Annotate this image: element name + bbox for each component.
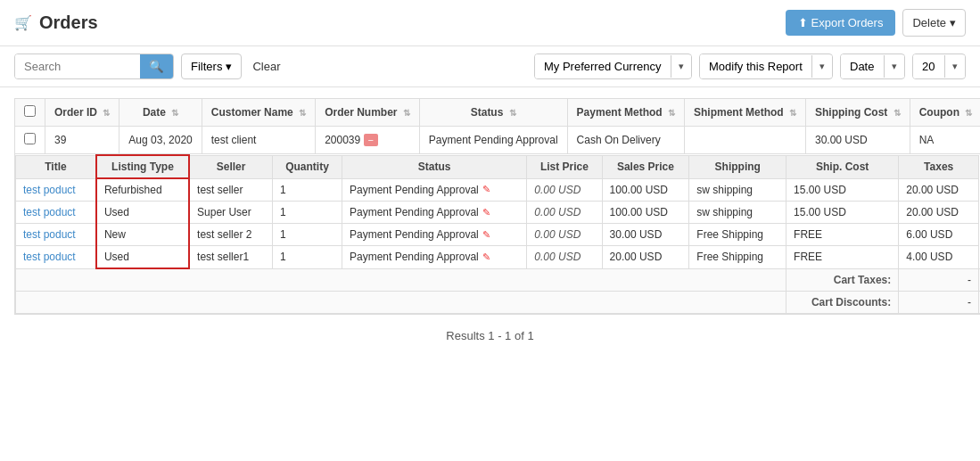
delete-button[interactable]: Delete ▾ [902,9,966,37]
th-order-number: Order Number ⇅ [316,99,420,127]
item-title-link[interactable]: test poduct [23,184,76,196]
coupon-sort-icon[interactable]: ⇅ [965,108,972,118]
results-bar: Results 1 - 1 of 1 [14,315,966,357]
order-status: Payment Pending Approval [419,127,567,154]
search-icon: 🔍 [149,60,164,73]
top-bar: 🛒 Orders ⬆ Export Orders Delete ▾ [0,0,980,46]
item-title: test poduct [16,224,96,246]
orders-table: Order ID ⇅ Date ⇅ Customer Name ⇅ Order … [14,98,980,315]
item-status: Payment Pending Approval ✎ [342,178,527,202]
item-shipping: Free Shipping [689,246,786,269]
report-select[interactable]: Modify this Report [700,54,811,78]
status-edit-icon[interactable]: ✎ [482,184,490,195]
currency-chevron-icon: ▾ [671,55,691,78]
cart-taxes-label: Cart Taxes: [786,268,899,291]
customer-name: test client [202,127,315,154]
status-sort-icon[interactable]: ⇅ [509,108,516,118]
th-shipping-cost: Shipping Cost ⇅ [805,99,910,127]
item-ship-cost: FREE [786,246,899,269]
order-number-badge[interactable]: − [364,134,378,146]
sub-th-ship-cost: Ship. Cost [786,155,899,178]
cart-discounts-spacer [16,291,786,313]
payment-sort-icon[interactable]: ⇅ [668,108,675,118]
item-title: test poduct [16,246,96,269]
order-date: Aug 03, 2020 [119,127,202,154]
shipment-method [684,127,805,154]
item-quantity: 1 [273,202,342,224]
customer-sort-icon[interactable]: ⇅ [299,108,306,118]
currency-select[interactable]: My Preferred Currency [535,54,671,78]
order-number-sort-icon[interactable]: ⇅ [403,108,410,118]
currency-select-wrap: My Preferred Currency ▾ [534,54,692,79]
sub-th-sales-price: Sales Price [602,155,689,178]
export-orders-button[interactable]: ⬆ Export Orders [786,10,896,36]
list-item: test poduct Refurbished test seller 1 Pa… [16,178,981,202]
item-shipping: sw shipping [689,178,786,202]
report-chevron-icon: ▾ [811,55,832,78]
filters-label: Filters [191,60,222,73]
item-sales-price: 100.00 USD [602,202,689,224]
th-checkbox [15,99,45,127]
cart-taxes-spacer [16,268,786,291]
sub-th-list-price: List Price [527,155,602,178]
shipment-sort-icon[interactable]: ⇅ [789,108,796,118]
search-button[interactable]: 🔍 [140,54,173,78]
th-date: Date ⇅ [119,99,202,127]
item-ship-cost: 15.00 USD [786,178,899,202]
filters-button[interactable]: Filters ▾ [181,54,242,79]
status-edit-icon[interactable]: ✎ [482,251,490,263]
item-list-price: 0.00 USD [527,202,602,224]
payment-method: Cash On Delivery [567,127,684,154]
item-status: Payment Pending Approval ✎ [342,246,527,269]
row-checkbox [15,127,45,154]
date-sort-icon[interactable]: ⇅ [171,108,178,118]
table-row: 39 Aug 03, 2020 test client 200039 − Pay… [15,127,981,154]
coupon: NA [910,127,980,154]
list-item: test poduct New test seller 2 1 Payment … [16,224,981,246]
th-coupon: Coupon ⇅ [910,99,980,127]
item-sales-price: 100.00 USD [602,178,689,202]
table-area: Order ID ⇅ Date ⇅ Customer Name ⇅ Order … [0,87,980,367]
date-chevron-icon: ▾ [884,55,904,78]
sub-th-seller: Seller [189,155,273,178]
date-select-wrap: Date ▾ [840,54,905,79]
item-title-link[interactable]: test poduct [23,251,76,263]
item-sales-price: 30.00 USD [602,224,689,246]
order-id-sort-icon[interactable]: ⇅ [103,108,110,118]
status-edit-icon[interactable]: ✎ [482,207,490,218]
item-title-link[interactable]: test poduct [23,228,76,241]
item-list-price: 0.00 USD [527,224,602,246]
item-quantity: 1 [273,178,342,202]
order-detail-row: Title Listing Type Seller Quantity Statu… [15,154,981,315]
order-id: 39 [45,127,119,154]
th-payment-method: Payment Method ⇅ [567,99,684,127]
status-edit-icon[interactable]: ✎ [482,229,490,241]
cart-discounts-dash: - [899,291,979,313]
item-seller: test seller1 [189,246,273,269]
item-shipping: Free Shipping [689,224,786,246]
item-listing-type: Used [96,202,189,224]
results-text: Results 1 - 1 of 1 [446,329,533,342]
item-status: Payment Pending Approval ✎ [342,202,527,224]
item-listing-type: Refurbished [96,178,189,202]
search-input[interactable] [15,54,140,78]
per-page-select-wrap: 20 ▾ [912,54,966,79]
item-list-price: 0.00 USD [527,178,602,202]
select-all-checkbox[interactable] [24,105,36,117]
sub-th-taxes: Taxes [899,155,979,178]
cart-taxes-dash: - [899,268,979,291]
item-title: test poduct [16,178,96,202]
sub-table: Title Listing Type Seller Quantity Statu… [15,154,980,314]
item-listing-type: New [96,224,189,246]
date-select[interactable]: Date [841,54,884,78]
item-taxes: 20.00 USD [899,178,979,202]
item-seller: test seller [189,178,273,202]
item-title-link[interactable]: test poduct [23,206,76,218]
shipping-sort-icon[interactable]: ⇅ [894,108,901,118]
item-listing-type: Used [96,246,189,269]
per-page-select[interactable]: 20 [913,54,944,78]
clear-button[interactable]: Clear [249,54,284,78]
row-select-checkbox[interactable] [24,133,36,144]
list-item: test poduct Used Super User 1 Payment Pe… [16,202,981,224]
cart-taxes-row: Cart Taxes: - 0.00 USD [16,268,981,291]
